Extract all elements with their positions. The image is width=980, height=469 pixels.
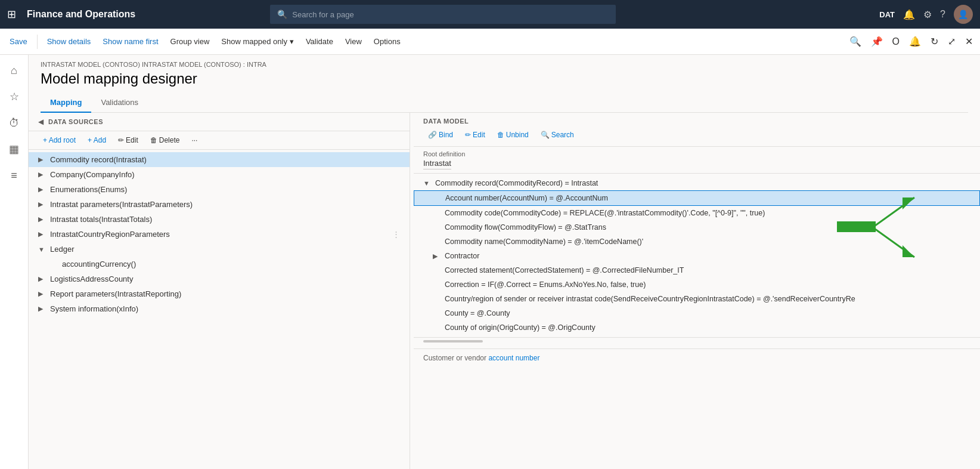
global-search-bar[interactable]: 🔍: [270, 5, 616, 24]
dm-item-commodity-flow[interactable]: Commodity flow(CommodityFlow) = @.StatTr…: [414, 220, 980, 234]
expand-arrow: [38, 186, 46, 193]
left-panel: ◀ DATA SOURCES + Add root + Add ✏ Edit 🗑…: [29, 113, 410, 469]
dm-item-country-region-code[interactable]: Country/region of sender or receiver int…: [414, 292, 980, 306]
user-avatar[interactable]: 👤: [954, 5, 973, 24]
ds-item-label: Intrastat totals(IntrastatTotals): [50, 215, 400, 224]
ds-item-label: IntrastatCountryRegionParameters: [50, 230, 389, 239]
breadcrumb: INTRASTAT MODEL (CONTOSO) INTRASTAT MODE…: [41, 61, 968, 68]
ds-toolbar: + Add root + Add ✏ Edit 🗑 Delete ···: [29, 131, 410, 150]
pin-icon[interactable]: 📌: [869, 33, 885, 50]
ds-item-label: Commodity record(Intrastat): [50, 155, 400, 164]
refresh-icon[interactable]: ↻: [928, 33, 941, 50]
sidebar-star-icon[interactable]: ☆: [4, 86, 25, 107]
delete-button[interactable]: 🗑 Delete: [145, 134, 185, 147]
sidebar-icons: ⌂ ☆ ⏱ ▦ ≡: [0, 55, 29, 469]
expand-arrow: [38, 305, 46, 313]
edit-icon: ✏: [465, 131, 471, 139]
cmd-right-icons: 🔍 📌 O 🔔 ↻ ⤢ ✕: [847, 33, 975, 50]
show-mapped-only-button[interactable]: Show mapped only ▾: [216, 35, 299, 48]
footer-link[interactable]: account number: [488, 354, 539, 362]
right-panel: DATA MODEL 🔗 Bind ✏ Edit 🗑 Unbind: [414, 113, 980, 469]
root-definition: Root definition Intrastat: [414, 147, 980, 174]
ds-item-label: Company(CompanyInfo): [50, 170, 400, 179]
dm-item-commodity-code[interactable]: Commodity code(CommodityCode) = REPLACE(…: [414, 206, 980, 220]
command-bar: Save Show details Show name first Group …: [0, 29, 980, 55]
dm-edit-button[interactable]: ✏ Edit: [460, 128, 490, 141]
dm-panel-title: DATA MODEL: [423, 118, 970, 125]
dm-tree-container: Commodity record(CommodityRecord) = Intr…: [414, 174, 980, 337]
show-details-button[interactable]: Show details: [42, 35, 96, 48]
ds-item-intrastat-params[interactable]: Intrastat parameters(IntrastatParameters…: [29, 197, 410, 212]
sidebar-home-icon[interactable]: ⌂: [4, 60, 25, 81]
search-icon: 🔍: [541, 131, 550, 139]
sidebar-table-icon[interactable]: ▦: [4, 138, 25, 160]
tab-validations[interactable]: Validations: [91, 93, 148, 113]
ds-expand-icon[interactable]: ◀: [38, 118, 44, 126]
dm-toolbar: 🔗 Bind ✏ Edit 🗑 Unbind 🔍: [423, 128, 970, 141]
ds-item-company[interactable]: Company(CompanyInfo): [29, 167, 410, 182]
dm-item-commodity-name[interactable]: Commodity name(CommodityName) = @.'itemC…: [414, 234, 980, 249]
dm-item-county[interactable]: County = @.County: [414, 306, 980, 320]
ds-item-logistics[interactable]: LogisticsAddressCounty: [29, 271, 410, 286]
top-nav-bar: ⊞ Finance and Operations 🔍 DAT 🔔 ⚙ ? 👤: [0, 0, 980, 29]
view-button[interactable]: View: [340, 35, 367, 48]
ds-item-accounting-currency[interactable]: accountingCurrency(): [29, 257, 410, 271]
search-icon: 🔍: [277, 10, 287, 19]
notification-cmd-icon[interactable]: 🔔: [907, 33, 923, 50]
ds-item-report-params[interactable]: Report parameters(IntrastatReporting): [29, 286, 410, 301]
validate-button[interactable]: Validate: [301, 35, 338, 48]
ds-item-commodity[interactable]: Commodity record(Intrastat): [29, 152, 410, 167]
expand-arrow: [433, 252, 441, 260]
ds-item-enums[interactable]: Enumerations(Enums): [29, 182, 410, 197]
edit-icon: ✏: [118, 136, 124, 144]
dm-item-correction[interactable]: Correction = IF(@.Correct = Enums.AxNoYe…: [414, 277, 980, 292]
ds-item-sys-info[interactable]: System information(xInfo): [29, 301, 410, 316]
help-icon[interactable]: ?: [940, 9, 945, 20]
tenant-label: DAT: [879, 10, 895, 19]
ds-item-label: LogisticsAddressCounty: [50, 274, 400, 283]
dm-item-label: Country/region of sender or receiver int…: [445, 295, 855, 303]
sidebar-history-icon[interactable]: ⏱: [4, 112, 25, 134]
root-def-value: Intrastat: [423, 159, 451, 169]
bind-icon: 🔗: [428, 131, 437, 139]
dm-item-label: Commodity name(CommodityName) = @.'itemC…: [445, 237, 643, 246]
unbind-button[interactable]: 🗑 Unbind: [492, 128, 534, 141]
search-input[interactable]: [292, 10, 609, 19]
dm-item-contractor[interactable]: Contractor: [414, 249, 980, 263]
ds-item-country-region[interactable]: IntrastatCountryRegionParameters ⋮: [29, 227, 410, 242]
more-button[interactable]: ···: [187, 134, 202, 147]
footer-text-start: Customer or vendor: [423, 354, 488, 362]
dm-item-corrected-statement[interactable]: Corrected statement(CorrectedStatement) …: [414, 263, 980, 277]
bind-button[interactable]: 🔗 Bind: [423, 128, 458, 141]
dm-item-county-origin[interactable]: County of origin(OrigCounty) = @.OrigCou…: [414, 320, 980, 335]
ds-item-ledger[interactable]: Ledger: [29, 242, 410, 257]
separator-1: [37, 35, 38, 49]
options-button[interactable]: Options: [369, 35, 405, 48]
page-title: Model mapping designer: [41, 70, 968, 87]
edit-button[interactable]: ✏ Edit: [113, 134, 143, 147]
dm-footer: Customer or vendor account number: [414, 348, 980, 367]
ds-item-intrastat-totals[interactable]: Intrastat totals(IntrastatTotals): [29, 212, 410, 227]
sidebar-list-icon[interactable]: ≡: [4, 165, 25, 186]
dm-item-account-number[interactable]: Account number(AccountNum) = @.AccountNu…: [414, 190, 980, 206]
search-cmd-icon[interactable]: 🔍: [847, 33, 864, 50]
group-view-button[interactable]: Group view: [166, 35, 215, 48]
popout-icon[interactable]: ⤢: [945, 33, 958, 50]
tab-mapping[interactable]: Mapping: [41, 93, 91, 113]
office-icon[interactable]: O: [890, 34, 902, 50]
close-icon[interactable]: ✕: [963, 33, 975, 50]
drag-handle[interactable]: ⋮: [392, 230, 400, 239]
dm-item-commodity-record[interactable]: Commodity record(CommodityRecord) = Intr…: [414, 176, 980, 190]
add-button[interactable]: + Add: [83, 134, 111, 147]
dm-item-label: Corrected statement(CorrectedStatement) …: [445, 266, 684, 274]
settings-icon[interactable]: ⚙: [923, 9, 932, 20]
expand-arrow: [38, 290, 46, 298]
show-name-first-button[interactable]: Show name first: [98, 35, 163, 48]
root-def-label: Root definition: [423, 150, 970, 158]
add-root-button[interactable]: + Add root: [38, 134, 80, 147]
grid-menu-icon[interactable]: ⊞: [7, 8, 16, 21]
save-button[interactable]: Save: [5, 35, 32, 48]
notification-icon[interactable]: 🔔: [903, 9, 915, 20]
expand-arrow: [38, 200, 46, 208]
dm-search-button[interactable]: 🔍 Search: [536, 128, 579, 141]
